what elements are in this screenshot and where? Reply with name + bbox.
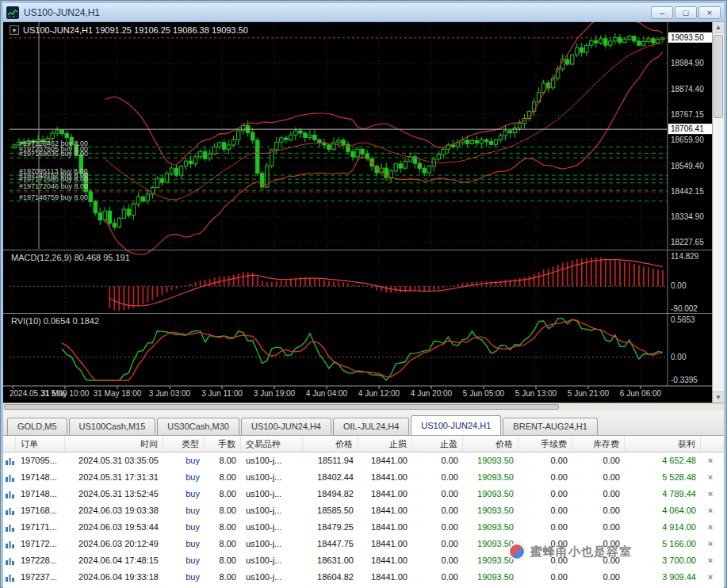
- column-header-commission[interactable]: 手续费: [518, 436, 572, 452]
- price-axis-label: 18659.90: [671, 136, 704, 144]
- cell-symbol: us100-j...: [241, 569, 303, 586]
- column-header-price[interactable]: 价格: [303, 436, 358, 452]
- column-header-profit[interactable]: 获利: [625, 436, 701, 452]
- order-icon-column: [3, 436, 16, 452]
- cell-commission: 0.00: [518, 486, 572, 502]
- cell-price2: 19093.50: [463, 486, 518, 502]
- close-button[interactable]: ×: [698, 6, 721, 19]
- trade-label: #197168035 buy 8.00: [19, 150, 88, 158]
- column-header-time[interactable]: 时间: [65, 436, 163, 452]
- watermark-text: 蜜蜂甬小也是容室: [530, 544, 632, 559]
- order-row[interactable]: 197148...2024.05.31 13:52:45buy8.00us100…: [3, 486, 724, 502]
- cell-type: buy: [163, 552, 205, 569]
- order-chart-icon: [3, 552, 16, 569]
- cell-commission: 0.00: [518, 519, 572, 536]
- vertical-scrollbar-thumb[interactable]: [714, 35, 723, 118]
- cell-tp: 0.00: [412, 452, 463, 469]
- cell-price2: 19093.50: [463, 569, 518, 586]
- price-axis-label: 18442.15: [671, 187, 704, 196]
- cell-type: buy: [163, 536, 205, 552]
- collapse-chart-icon[interactable]: ▼: [10, 25, 19, 35]
- cell-lots: 8.00: [205, 569, 241, 586]
- chart-tab-gold-m5[interactable]: GOLD,M5: [7, 418, 67, 435]
- order-chart-icon: [3, 469, 16, 486]
- minimize-button[interactable]: –: [651, 6, 673, 19]
- cell-sl: 18441.00: [358, 519, 412, 536]
- price-axis-label: 18334.90: [671, 212, 704, 221]
- cell-id: 197148...: [16, 469, 65, 486]
- close-order-icon[interactable]: ×: [701, 536, 720, 552]
- time-axis-label: 6 Jun 06:00: [620, 389, 662, 398]
- column-header-swap[interactable]: 库存费: [572, 436, 625, 452]
- rvi-indicator-label: RVI(10) 0.0654 0.1842: [11, 316, 99, 326]
- cell-profit: 4 914.00: [625, 519, 701, 536]
- order-row[interactable]: 197237...2024.06.04 19:33:18buy8.00us100…: [3, 569, 724, 586]
- close-order-icon[interactable]: ×: [701, 452, 720, 469]
- cell-lots: 8.00: [205, 452, 241, 469]
- cell-id: 197148...: [16, 486, 65, 502]
- chart-tab-oil-jul24-h4[interactable]: OIL-JUL24,H4: [333, 418, 409, 435]
- column-header-type[interactable]: 类型: [163, 436, 205, 452]
- cell-type: buy: [163, 469, 205, 486]
- cell-profit: 4 652.48: [625, 452, 701, 469]
- order-row[interactable]: 197148...2024.05.31 17:31:31buy8.00us100…: [3, 469, 724, 486]
- orders-table: 197095...2024.05.31 03:35:05buy8.00us100…: [3, 452, 724, 588]
- order-row[interactable]: 197095...2024.05.31 03:35:05buy8.00us100…: [3, 452, 724, 469]
- order-row[interactable]: 197171...2024.06.03 19:53:44buy8.00us100…: [3, 519, 724, 536]
- column-header-tp[interactable]: 止盈: [412, 436, 463, 452]
- price-axis-label: 18984.90: [671, 59, 704, 67]
- cell-id: 197237...: [16, 569, 65, 586]
- order-chart-icon: [3, 519, 16, 536]
- close-order-icon[interactable]: ×: [701, 502, 720, 519]
- cell-price2: 19093.50: [463, 502, 518, 519]
- close-order-icon[interactable]: ×: [701, 519, 720, 536]
- chart-tab-bar: GOLD,M5US100Cash,M15US30Cash,M30US100-JU…: [3, 410, 724, 436]
- title-bar[interactable]: US100-JUN24,H1 – □ ×: [3, 3, 724, 22]
- chart-vertical-scrollbar[interactable]: ▲ ▼: [712, 22, 724, 403]
- scroll-up-icon[interactable]: ▲: [713, 22, 724, 33]
- cell-time: 2024.05.31 17:31:31: [65, 469, 163, 486]
- cell-id: 197171...: [16, 519, 65, 536]
- close-order-icon[interactable]: ×: [701, 569, 720, 586]
- cell-price2: 19093.50: [463, 519, 518, 536]
- cell-swap: 0.00: [572, 519, 625, 536]
- cell-tp: 0.00: [412, 569, 463, 586]
- cell-sl: 18441.00: [358, 536, 412, 552]
- price-axis-label: 18874.40: [671, 85, 704, 94]
- column-header-id[interactable]: 订单: [16, 436, 65, 452]
- column-header-price2[interactable]: 价格: [463, 436, 518, 452]
- chart-tab-us100-jun24-h1[interactable]: US100-JUN24,H1: [411, 415, 501, 435]
- column-header-lots[interactable]: 手数: [205, 436, 241, 452]
- scroll-down-icon[interactable]: ▼: [713, 391, 724, 403]
- chart-canvas[interactable]: 18984.9018874.4018767.1518659.9018549.40…: [3, 22, 714, 403]
- close-order-icon[interactable]: ×: [701, 552, 720, 569]
- cell-sl: 18441.00: [358, 469, 412, 486]
- bid-price-marker-label: 19093.50: [671, 33, 704, 42]
- time-axis-label: 5 Jun 13:00: [515, 389, 557, 398]
- chart-tab-us100-jun24-h4[interactable]: US100-JUN24,H4: [241, 418, 331, 435]
- cell-symbol: us100-j...: [241, 469, 303, 486]
- order-chart-icon: [3, 452, 16, 469]
- cell-profit: 3 700.00: [625, 552, 701, 569]
- close-order-icon[interactable]: ×: [701, 486, 720, 502]
- close-order-icon[interactable]: ×: [701, 469, 720, 486]
- horizontal-scrollbar-thumb[interactable]: [4, 404, 559, 410]
- column-header-sl[interactable]: 止损: [358, 436, 412, 452]
- chart-horizontal-scrollbar[interactable]: [3, 403, 724, 410]
- column-header-symbol[interactable]: 交易品种: [241, 436, 303, 452]
- cell-time: 2024.05.31 03:35:05: [65, 452, 163, 469]
- watermark: 蜜蜂甬小也是容室: [508, 543, 632, 560]
- cell-sl: 18441.00: [358, 486, 412, 502]
- cell-id: 197228...: [16, 552, 65, 569]
- chart-tab-brent-aug24-h1[interactable]: BRENT-AUG24,H1: [503, 418, 598, 435]
- cell-type: buy: [163, 452, 205, 469]
- maximize-button[interactable]: □: [675, 6, 697, 19]
- cell-price: 18447.75: [303, 536, 358, 552]
- chart-tab-us30cash-m30[interactable]: US30Cash,M30: [157, 418, 239, 435]
- cell-time: 2024.06.03 19:03:38: [65, 502, 163, 519]
- cell-time: 2024.06.03 20:12:49: [65, 536, 163, 552]
- price-axis-label: 18767.15: [671, 110, 704, 119]
- chart-tab-us100cash-m15[interactable]: US100Cash,M15: [69, 418, 156, 435]
- order-row[interactable]: 197168...2024.06.03 19:03:38buy8.00us100…: [3, 502, 724, 519]
- macd-axis-label: 114.829: [671, 252, 699, 261]
